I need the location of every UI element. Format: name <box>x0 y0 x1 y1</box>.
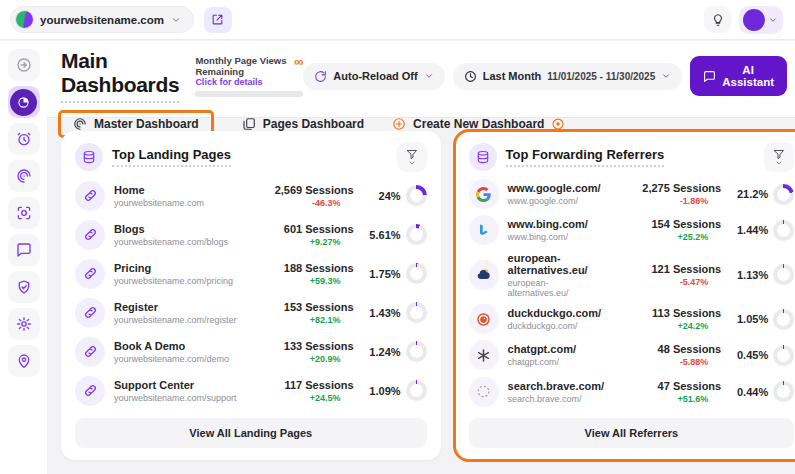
sidebar-item-chat[interactable] <box>8 234 40 266</box>
sidebar-item-location[interactable] <box>8 345 40 377</box>
sessions-value: 153 Sessions <box>246 301 354 313</box>
row-url: chatgpt.com/ <box>508 357 605 367</box>
sidebar-item-swirl[interactable] <box>8 160 40 192</box>
database-icon <box>75 143 103 171</box>
sidebar-item-gear[interactable] <box>8 308 40 340</box>
chat-icon <box>703 70 716 83</box>
link-icon <box>75 220 105 250</box>
bing-icon <box>469 215 499 245</box>
row-url: yourwebsitename.com/demo <box>114 354 237 364</box>
percent-donut <box>406 380 427 401</box>
percent-value: 1.05% <box>737 313 768 325</box>
site-selector[interactable]: yourwebsitename.com <box>10 6 194 33</box>
list-item[interactable]: chatgpt.com/ chatgpt.com/ 48 Sessions -5… <box>469 337 795 373</box>
percent-value: 1.13% <box>737 269 768 281</box>
open-site-button[interactable] <box>204 7 232 33</box>
sessions-value: 117 Sessions <box>246 379 354 391</box>
sessions-value: 601 Sessions <box>246 223 354 235</box>
sidebar-item-collapse[interactable] <box>8 49 40 81</box>
percent-donut <box>773 381 794 402</box>
chevron-down-icon <box>768 15 778 25</box>
view-all-button[interactable]: View All Referrers <box>469 418 795 448</box>
percent-donut <box>406 341 427 362</box>
shield-icon <box>16 279 32 295</box>
sidebar-item-alarm[interactable] <box>8 123 40 155</box>
quota-details-link[interactable]: Click for details <box>195 77 294 87</box>
list-item[interactable]: www.google.com/ www.google.com/ 2,275 Se… <box>469 176 795 212</box>
external-link-icon <box>211 13 224 26</box>
auto-reload-dropdown[interactable]: Auto-Reload Off <box>303 63 444 90</box>
row-name: Pricing <box>114 262 237 274</box>
row-url: yourwebsitename.com <box>114 198 237 208</box>
percent-value: 0.44% <box>737 386 768 398</box>
link-icon <box>75 337 105 367</box>
link-icon <box>75 376 105 406</box>
sessions-delta: +25.2% <box>613 232 721 242</box>
list-item[interactable]: duckduckgo.com/ duckduckgo.com/ 113 Sess… <box>469 301 795 337</box>
row-name: Support Center <box>114 379 237 391</box>
alarm-icon <box>16 131 32 147</box>
gear-icon <box>16 316 32 332</box>
sidebar-item-shield[interactable] <box>8 271 40 303</box>
swirl-icon <box>16 168 32 184</box>
card-rows: Home yourwebsitename.com 2,569 Sessions … <box>75 176 427 410</box>
sessions-delta: -5.88% <box>613 357 721 367</box>
sessions-delta: +82.1% <box>246 315 354 325</box>
percent-value: 1.75% <box>369 268 400 280</box>
quota-value: ∞ <box>294 55 303 68</box>
clock-icon <box>464 70 477 83</box>
filter-button[interactable] <box>764 142 794 172</box>
chevron-down-icon <box>424 71 434 81</box>
list-item[interactable]: Pricing yourwebsitename.com/pricing 188 … <box>75 256 427 292</box>
list-item[interactable]: Support Center yourwebsitename.com/suppo… <box>75 373 427 409</box>
row-name: www.google.com/ <box>508 182 605 194</box>
site-name: yourwebsitename.com <box>40 14 164 26</box>
topbar: yourwebsitename.com <box>0 0 795 40</box>
ai-assistant-button[interactable]: AI Assistant <box>690 56 787 96</box>
list-item[interactable]: search.brave.com/ search.brave.com/ 47 S… <box>469 374 795 410</box>
filter-button[interactable] <box>397 142 427 172</box>
tips-button[interactable] <box>704 6 731 33</box>
sessions-delta: +24.2% <box>613 321 721 331</box>
user-menu[interactable] <box>739 6 783 34</box>
list-item[interactable]: Book A Demo yourwebsitename.com/demo 133… <box>75 334 427 370</box>
list-item[interactable]: european-alternatives.eu/ european-alter… <box>469 249 795 301</box>
view-all-button[interactable]: View All Landing Pages <box>75 418 427 448</box>
sessions-value: 47 Sessions <box>613 380 721 392</box>
row-name: Register <box>114 301 237 313</box>
percent-donut <box>406 263 427 284</box>
percent-donut <box>773 345 794 366</box>
sessions-value: 133 Sessions <box>246 340 354 352</box>
percent-donut <box>773 220 794 241</box>
ai-assistant-label: AI Assistant <box>722 64 774 88</box>
list-item[interactable]: Register yourwebsitename.com/register 15… <box>75 295 427 331</box>
site-favicon-icon <box>16 11 33 28</box>
card-top-landing-pages: Top Landing Pages Home yourwebsitename.c… <box>61 131 441 460</box>
scan-icon <box>16 205 32 221</box>
quota-label: Monthly Page Views Remaining <box>195 55 294 78</box>
list-item[interactable]: Blogs yourwebsitename.com/blogs 601 Sess… <box>75 217 427 253</box>
location-icon <box>16 353 32 369</box>
sessions-value: 2,275 Sessions <box>613 182 721 194</box>
row-url: www.bing.com/ <box>508 232 605 242</box>
chevron-down-icon <box>408 160 416 167</box>
chevron-down-icon <box>661 71 671 81</box>
sessions-delta: -1.86% <box>613 196 721 206</box>
sidebar-item-dashboard[interactable] <box>8 86 40 118</box>
sessions-value: 121 Sessions <box>613 263 721 275</box>
percent-value: 24% <box>379 190 401 202</box>
row-name: search.brave.com/ <box>508 380 605 392</box>
date-range-picker[interactable]: Last Month 11/01/2025 - 11/30/2025 <box>453 63 683 90</box>
chatgpt-icon <box>469 340 499 370</box>
row-url: yourwebsitename.com/register <box>114 315 237 325</box>
sessions-delta: -46.3% <box>246 198 354 208</box>
sidebar-item-scan[interactable] <box>8 197 40 229</box>
auto-reload-label: Auto-Reload Off <box>333 70 417 82</box>
google-icon <box>469 179 499 209</box>
percent-value: 1.09% <box>369 385 400 397</box>
list-item[interactable]: Home yourwebsitename.com 2,569 Sessions … <box>75 178 427 214</box>
percent-value: 5.61% <box>369 229 400 241</box>
card-title: Top Forwarding Referrers <box>506 147 665 167</box>
list-item[interactable]: www.bing.com/ www.bing.com/ 154 Sessions… <box>469 212 795 248</box>
row-url: www.google.com/ <box>508 196 605 206</box>
